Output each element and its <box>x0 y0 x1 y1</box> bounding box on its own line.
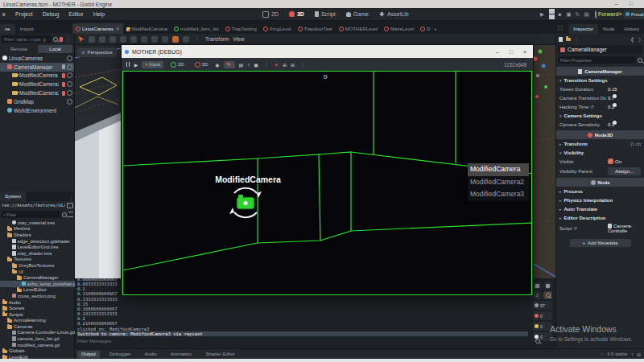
add-scene-tab-button[interactable]: + <box>431 24 440 34</box>
play-icon[interactable]: ▶ <box>539 11 545 18</box>
log-line[interactable]: Switched to camera: ModifiedCamera3 via … <box>77 331 528 336</box>
scene-tree-row[interactable]: WorldEnvironment <box>0 106 74 115</box>
filter-messages-input[interactable]: Filter Messages <box>77 339 535 343</box>
input-button[interactable]: ϟInput <box>142 61 163 68</box>
node-category-header[interactable]: Node <box>556 178 644 187</box>
sort-icon[interactable] <box>68 212 73 217</box>
move-tool-icon[interactable] <box>89 36 95 43</box>
scene-tree-row[interactable]: LinusCameras <box>0 54 74 63</box>
file-tree-row[interactable]: cross_section.png <box>0 293 75 299</box>
debug-3d-button[interactable]: 3D <box>192 60 212 68</box>
scene-tree-row[interactable]: ModifiedCamera <box>0 72 74 80</box>
section-visibility[interactable]: Visibility <box>556 148 644 157</box>
scene-tree-row[interactable]: ModifiedCamera3 <box>0 88 74 97</box>
workspace-tab[interactable]: Script <box>315 11 336 17</box>
collapsed-section[interactable]: Editor Description <box>556 213 644 222</box>
property-row[interactable]: Camera Sensitivity 0.2 <box>556 120 644 129</box>
visibility-eye-icon[interactable] <box>67 56 72 61</box>
scene-tab[interactable]: FrogLevel <box>260 24 295 34</box>
file-tree-row[interactable]: Scenes <box>0 305 75 311</box>
extra-tools-icon[interactable]: ⋮ <box>574 36 579 42</box>
menu-item[interactable]: Help <box>93 11 105 17</box>
next-frame-icon[interactable]: ▶ <box>134 62 138 68</box>
file-tree-row[interactable]: LevelEditor <box>0 287 75 294</box>
segment-button[interactable]: Local <box>38 45 72 53</box>
menu-item[interactable]: Debug <box>43 11 60 17</box>
node3d-category-header[interactable]: Node3D <box>556 130 644 139</box>
workspace-tab[interactable]: 3D <box>289 11 304 17</box>
audio-icon[interactable]: ♪ <box>247 62 250 67</box>
quick-run-icon[interactable] <box>592 11 598 17</box>
menu-item[interactable]: e <box>2 11 6 17</box>
close-icon[interactable]: ✕ <box>116 26 120 31</box>
scene-dock-menu-icon[interactable]: ⋮ <box>64 36 72 42</box>
bottom-panel-tab[interactable]: Audio <box>140 351 160 358</box>
frame-select2-icon[interactable]: ⊞ <box>291 62 295 68</box>
debug-game-window[interactable]: MOTHER (DEBUG) – □ × ▶ ϟInput 2D 3D ◉ ▤ … <box>121 44 534 296</box>
script-category-header[interactable]: CameraManager <box>556 67 644 76</box>
revert-icon[interactable]: ↺ <box>573 226 577 231</box>
file-tree-row[interactable]: GreyBoxTextures <box>0 262 75 269</box>
lock-icon[interactable] <box>130 36 137 43</box>
script-badge-icon[interactable] <box>62 91 65 96</box>
workspace-tab[interactable]: AssetLib <box>379 11 409 17</box>
cursor-tool-icon[interactable] <box>224 61 235 68</box>
movie-mode-icon[interactable]: ▤ <box>584 11 589 18</box>
search-icon[interactable] <box>535 339 540 343</box>
file-tree-row[interactable]: UI <box>0 269 75 275</box>
rotate-tool-icon[interactable] <box>99 36 105 43</box>
camera-preview-icon[interactable] <box>183 36 189 43</box>
menu-dots-icon[interactable]: ⋮ <box>262 62 270 68</box>
edited-node-selector[interactable]: CameraManager <box>558 45 642 54</box>
group-icon[interactable] <box>151 36 158 43</box>
file-filter-input[interactable]: r Files <box>2 211 60 218</box>
scene-tab[interactable]: ModifiedCamera <box>123 24 171 34</box>
file-tree-row[interactable]: Shaders <box>0 232 75 238</box>
camera-gizmo-icon[interactable] <box>228 185 263 220</box>
collapsed-section[interactable]: Process <box>556 187 644 195</box>
section-transform[interactable]: Transform(1 ch <box>556 139 644 148</box>
stop-icon[interactable]: ■ <box>557 11 563 17</box>
filesystem-menu-icon[interactable]: ⋮ <box>67 195 75 201</box>
property-row[interactable]: Visible ✓ On <box>556 157 644 166</box>
toolbar-overflow-icon[interactable]: ⋮ <box>193 36 201 42</box>
split-view-icon[interactable] <box>67 203 73 208</box>
scene-tab[interactable]: MazeLevel <box>381 24 417 34</box>
close-icon[interactable]: × <box>523 49 526 55</box>
ruler-icon[interactable] <box>162 36 168 43</box>
minimize-icon[interactable]: – <box>496 49 499 55</box>
debug-window-titlebar[interactable]: MOTHER (DEBUG) – □ × <box>122 45 533 58</box>
load-resource-icon[interactable] <box>566 38 571 42</box>
script-badge-icon[interactable] <box>62 73 65 78</box>
property-row[interactable]: Visibility Parent Assign... <box>556 166 644 176</box>
new-resource-icon[interactable] <box>559 37 563 42</box>
snap-tool-icon[interactable] <box>172 36 179 43</box>
scene-tab[interactable]: MOTHERLevel <box>336 24 381 34</box>
dock-tab[interactable]: History <box>619 24 644 34</box>
file-tree-row[interactable]: Cameras <box>0 323 75 330</box>
select-tool-icon[interactable] <box>78 36 85 43</box>
search-log-icon[interactable] <box>543 291 552 299</box>
gear-icon[interactable]: ◉ <box>215 62 219 68</box>
frame-select-icon[interactable]: ⊞ <box>283 62 287 68</box>
collapsed-section[interactable]: Auto Translate <box>556 204 644 213</box>
section-transition-settings[interactable]: Transition Settings <box>556 76 644 84</box>
maximize-icon[interactable]: □ <box>630 2 633 6</box>
workspace-tab[interactable]: Game <box>346 11 369 17</box>
pause-icon[interactable] <box>548 9 554 20</box>
file-tree-row[interactable]: Textures <box>0 257 75 263</box>
scene-tab[interactable]: TrapdoorTest <box>295 24 336 34</box>
log-filter-button[interactable]: 0 <box>533 311 552 320</box>
menu-dots-icon[interactable]: ⋮ <box>299 62 307 68</box>
file-tree-row[interactable]: AnimalHarming <box>0 318 75 324</box>
section-camera-settings[interactable]: Camera Settings <box>556 111 644 120</box>
scene-tab[interactable]: LinusCameras✕ <box>72 23 123 34</box>
camera-list-item[interactable]: ModifiedCamera3 <box>468 188 529 201</box>
filter-properties-input[interactable]: Filter Properties <box>558 56 636 64</box>
property-row[interactable]: Hacking Time ↺ 0.2 <box>556 102 644 111</box>
visibility-eye-icon[interactable] <box>67 99 72 105</box>
visibility-eye-icon[interactable] <box>67 90 72 96</box>
filter-flag-icon[interactable] <box>60 37 63 42</box>
scene-tab[interactable]: TrapTesting <box>222 24 260 34</box>
game-viewport[interactable]: 0 ModifiedCamera ModifiedCameraModifiedC… <box>122 71 532 295</box>
